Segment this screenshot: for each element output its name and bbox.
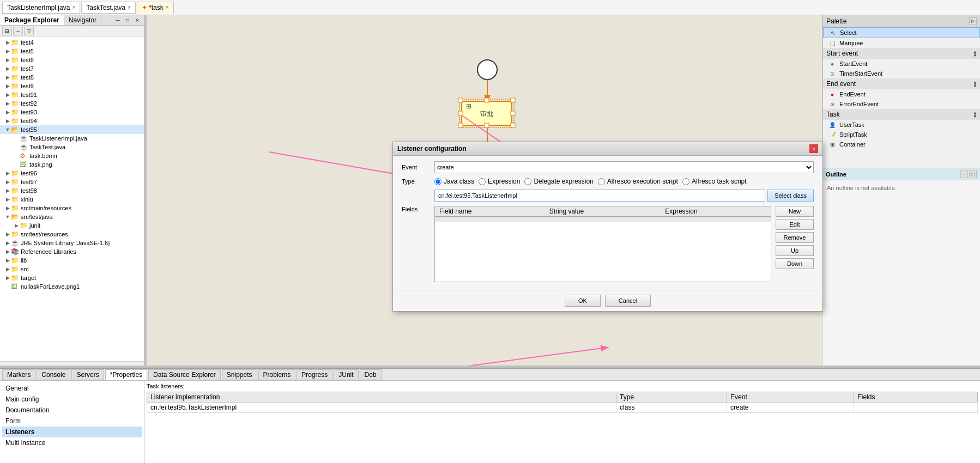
radio-alfresco-task[interactable]: Alfresco task script	[682, 178, 747, 185]
tree-item-test9[interactable]: ▶📁test9	[0, 82, 144, 90]
radio-expression[interactable]: Expression	[479, 178, 520, 185]
tab-snippets[interactable]: Snippets	[222, 369, 257, 380]
tree-item-test92[interactable]: ▶📁test92	[0, 99, 144, 108]
palette-section-start-event[interactable]: Start event ⟫	[823, 48, 980, 59]
tree-item-src-main[interactable]: ▶📁src/main/resources	[0, 204, 144, 212]
cancel-button[interactable]: Cancel	[605, 295, 651, 307]
palette-item-user-task[interactable]: 👤 UserTask	[823, 120, 980, 130]
select-class-button[interactable]: Select class	[767, 190, 814, 202]
tab-task[interactable]: ✦ *task ×	[137, 2, 174, 14]
outline-maximize-button[interactable]: □	[969, 170, 977, 178]
tree-item-reflib[interactable]: ▶📚Referenced Libraries	[0, 247, 144, 256]
tab-datasource[interactable]: Data Source Explorer	[148, 369, 221, 380]
tree-item-xiniu[interactable]: ▶📁xiniu	[0, 195, 144, 204]
tree-item-test4[interactable]: ▶📁test4	[0, 38, 144, 47]
up-field-button[interactable]: Up	[776, 245, 814, 256]
tab-package-explorer[interactable]: Package Explorer	[0, 15, 64, 25]
tree-item-nullask[interactable]: 🖼nullaskForLeave.png1	[0, 282, 144, 291]
tree-item-jre[interactable]: ▶☕JRE System Library [JavaSE-1.6]	[0, 239, 144, 247]
tree-item-test96[interactable]: ▶📁test96	[0, 169, 144, 178]
menu-multi-instance[interactable]: Multi instance	[2, 437, 142, 448]
down-field-button[interactable]: Down	[776, 258, 814, 269]
handle-br[interactable]	[511, 123, 515, 127]
minimize-button[interactable]: ─	[113, 16, 122, 25]
tab-close[interactable]: ×	[166, 4, 169, 10]
ok-button[interactable]: OK	[565, 295, 601, 307]
tree-item-lib[interactable]: ▶📁lib	[0, 256, 144, 265]
handle-tc[interactable]	[485, 98, 489, 102]
handle-ml[interactable]	[458, 111, 463, 115]
tree-item-target[interactable]: ▶📁target	[0, 273, 144, 282]
menu-listeners[interactable]: Listeners	[2, 427, 142, 437]
palette-item-select[interactable]: ↖ Select	[823, 27, 980, 38]
tab-close[interactable]: ×	[128, 4, 131, 10]
radio-alfresco-exec[interactable]: Alfresco execution script	[598, 178, 678, 185]
tab-progress[interactable]: Progress	[297, 369, 332, 380]
handle-tl[interactable]	[458, 98, 463, 102]
tree-item-test98[interactable]: ▶📁test98	[0, 186, 144, 195]
tab-tasklistenerimpl[interactable]: TaskListenerImpl.java ×	[2, 2, 80, 14]
tab-close[interactable]: ×	[72, 4, 75, 10]
tab-debug[interactable]: Deb	[360, 369, 382, 380]
tab-console[interactable]: Console	[37, 369, 70, 380]
radio-java-class-input[interactable]	[434, 178, 441, 185]
tree-item-src-test[interactable]: ▼📂src/test/java	[0, 212, 144, 221]
radio-alfresco-exec-input[interactable]	[598, 178, 605, 185]
radio-delegate[interactable]: Delegate expression	[524, 178, 593, 185]
tree-item-junit[interactable]: ▶📁junit	[0, 221, 144, 230]
tree-item-src[interactable]: ▶📁src	[0, 265, 144, 273]
tree-item-test95[interactable]: ▼📂test95	[0, 125, 144, 134]
tree-item-test5[interactable]: ▶📁test5	[0, 47, 144, 56]
radio-alfresco-task-input[interactable]	[682, 178, 689, 185]
dialog-close-button[interactable]: ×	[809, 144, 818, 153]
palette-item-container[interactable]: ⊞ Container	[823, 139, 980, 149]
collapse-all-button[interactable]: ⊟	[2, 27, 12, 35]
file-tree[interactable]: ▶📁test4 ▶📁test5 ▶📁test6 ▶📁test7 ▶📁test8 …	[0, 37, 144, 361]
palette-expand-button[interactable]: ▷	[969, 17, 977, 25]
handle-mr[interactable]	[511, 111, 515, 115]
tab-properties[interactable]: *Properties	[105, 369, 147, 380]
maximize-button[interactable]: □	[123, 16, 132, 25]
palette-item-end-event[interactable]: ● EndEvent	[823, 89, 980, 99]
palette-item-script-task[interactable]: 📝 ScriptTask	[823, 130, 980, 139]
tree-item-src-test-res[interactable]: ▶📁src/test/resources	[0, 230, 144, 239]
palette-item-marquee[interactable]: ⬚ Marquee	[823, 38, 980, 48]
tree-item-tasklistenerimpl[interactable]: ☕TaskListenerImpl.java	[0, 134, 144, 143]
outline-minimize-button[interactable]: ─	[960, 170, 968, 178]
tree-item-test8[interactable]: ▶📁test8	[0, 73, 144, 82]
tree-item-test91[interactable]: ▶📁test91	[0, 90, 144, 99]
view-menu-button[interactable]: ▽	[24, 27, 34, 35]
tab-problems[interactable]: Problems	[258, 369, 296, 380]
remove-field-button[interactable]: Remove	[776, 232, 814, 243]
tab-navigator[interactable]: Navigator	[64, 15, 101, 25]
tab-markers[interactable]: Markers	[2, 369, 35, 380]
tree-item-test7[interactable]: ▶📁test7	[0, 64, 144, 73]
menu-general[interactable]: General	[2, 383, 142, 394]
handle-bc[interactable]	[485, 123, 489, 127]
tree-item-tasktest[interactable]: ☕TaskTest.java	[0, 143, 144, 151]
handle-bl[interactable]	[458, 123, 463, 127]
tab-servers[interactable]: Servers	[71, 369, 104, 380]
menu-form[interactable]: Form	[2, 416, 142, 427]
palette-section-task[interactable]: Task ⟫	[823, 109, 980, 120]
menu-main-config[interactable]: Main config	[2, 394, 142, 405]
edit-field-button[interactable]: Edit	[776, 219, 814, 230]
class-input[interactable]	[434, 190, 765, 202]
palette-item-start-event[interactable]: ● StartEvent	[823, 59, 980, 69]
handle-tr[interactable]	[511, 98, 515, 102]
fields-table-container[interactable]: Field name String value Expression	[434, 206, 771, 282]
palette-section-end-event[interactable]: End event ⟫	[823, 78, 980, 89]
table-row[interactable]: cn.fei.test95.TaskListenerImpl class cre…	[147, 403, 978, 413]
radio-delegate-input[interactable]	[524, 178, 531, 185]
new-field-button[interactable]: New	[776, 206, 814, 217]
radio-expression-input[interactable]	[479, 178, 486, 185]
palette-item-timer-start[interactable]: ⊙ TimerStartEvent	[823, 69, 980, 78]
tree-item-taskbpmn[interactable]: ⚙task.bpmn	[0, 151, 144, 160]
palette-item-error-end[interactable]: ⊗ ErrorEndEvent	[823, 99, 980, 109]
tab-tasktest[interactable]: TaskTest.java ×	[81, 2, 136, 14]
close-left-panel-button[interactable]: ×	[133, 16, 142, 25]
menu-documentation[interactable]: Documentation	[2, 405, 142, 416]
link-editor-button[interactable]: ↔	[13, 27, 23, 35]
radio-java-class[interactable]: Java class	[434, 178, 474, 185]
tree-item-taskpng[interactable]: 🖼task.png	[0, 160, 144, 169]
